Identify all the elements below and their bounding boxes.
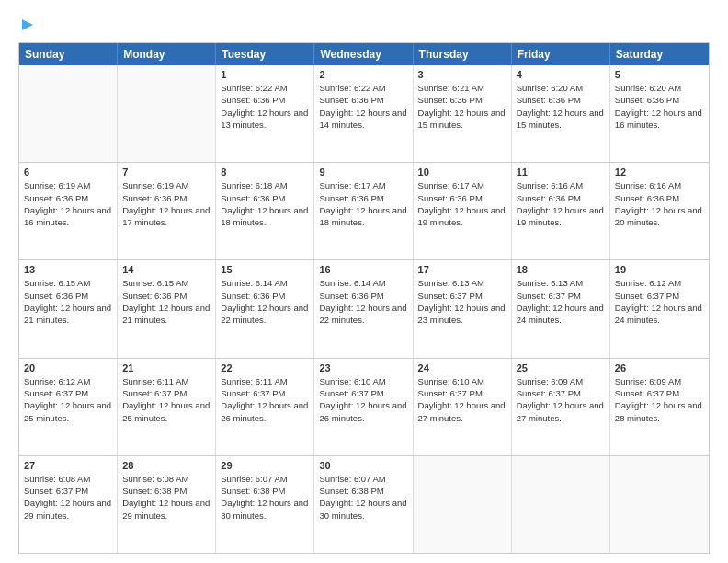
table-row: 25Sunrise: 6:09 AM Sunset: 6:37 PM Dayli…	[512, 359, 610, 455]
cell-info: Sunrise: 6:10 AM Sunset: 6:37 PM Dayligh…	[418, 375, 506, 424]
day-number: 7	[122, 167, 210, 178]
cell-info: Sunrise: 6:11 AM Sunset: 6:37 PM Dayligh…	[221, 375, 309, 424]
header-thursday: Thursday	[414, 43, 512, 65]
day-number: 8	[221, 167, 309, 178]
day-number: 18	[517, 264, 605, 275]
table-row	[610, 456, 709, 553]
day-number: 13	[24, 264, 112, 275]
table-row	[414, 456, 512, 553]
cell-info: Sunrise: 6:07 AM Sunset: 6:38 PM Dayligh…	[319, 473, 407, 522]
day-number: 5	[615, 69, 704, 80]
calendar: Sunday Monday Tuesday Wednesday Thursday…	[18, 42, 710, 554]
table-row	[512, 456, 610, 553]
day-number: 3	[418, 69, 506, 80]
cell-info: Sunrise: 6:20 AM Sunset: 6:36 PM Dayligh…	[517, 82, 605, 131]
calendar-header: Sunday Monday Tuesday Wednesday Thursday…	[19, 43, 709, 65]
calendar-week-5: 27Sunrise: 6:08 AM Sunset: 6:37 PM Dayli…	[19, 455, 709, 553]
table-row: 27Sunrise: 6:08 AM Sunset: 6:37 PM Dayli…	[19, 456, 118, 553]
table-row: 21Sunrise: 6:11 AM Sunset: 6:37 PM Dayli…	[118, 359, 216, 455]
cell-info: Sunrise: 6:19 AM Sunset: 6:36 PM Dayligh…	[122, 179, 210, 228]
header-tuesday: Tuesday	[216, 43, 314, 65]
day-number: 27	[24, 460, 112, 471]
table-row: 23Sunrise: 6:10 AM Sunset: 6:37 PM Dayli…	[314, 359, 413, 455]
day-number: 14	[122, 264, 210, 275]
cell-info: Sunrise: 6:10 AM Sunset: 6:37 PM Dayligh…	[319, 375, 407, 424]
cell-info: Sunrise: 6:15 AM Sunset: 6:36 PM Dayligh…	[122, 277, 210, 326]
table-row: 6Sunrise: 6:19 AM Sunset: 6:36 PM Daylig…	[19, 163, 118, 259]
day-number: 2	[319, 69, 407, 80]
header	[18, 17, 710, 33]
day-number: 30	[319, 460, 407, 471]
day-number: 19	[615, 264, 704, 275]
table-row: 7Sunrise: 6:19 AM Sunset: 6:36 PM Daylig…	[118, 163, 216, 259]
cell-info: Sunrise: 6:13 AM Sunset: 6:37 PM Dayligh…	[517, 277, 605, 326]
cell-info: Sunrise: 6:12 AM Sunset: 6:37 PM Dayligh…	[24, 375, 112, 424]
day-number: 22	[221, 362, 309, 373]
table-row: 16Sunrise: 6:14 AM Sunset: 6:36 PM Dayli…	[314, 260, 413, 357]
day-number: 16	[319, 264, 407, 275]
cell-info: Sunrise: 6:12 AM Sunset: 6:37 PM Dayligh…	[615, 277, 704, 326]
day-number: 23	[319, 362, 407, 373]
calendar-week-1: 1Sunrise: 6:22 AM Sunset: 6:36 PM Daylig…	[19, 65, 709, 162]
cell-info: Sunrise: 6:14 AM Sunset: 6:36 PM Dayligh…	[221, 277, 309, 326]
cell-info: Sunrise: 6:20 AM Sunset: 6:36 PM Dayligh…	[615, 82, 704, 131]
day-number: 12	[615, 167, 704, 178]
day-number: 15	[221, 264, 309, 275]
cell-info: Sunrise: 6:09 AM Sunset: 6:37 PM Dayligh…	[615, 375, 704, 424]
cell-info: Sunrise: 6:08 AM Sunset: 6:38 PM Dayligh…	[122, 473, 210, 522]
table-row: 30Sunrise: 6:07 AM Sunset: 6:38 PM Dayli…	[314, 456, 413, 553]
table-row: 29Sunrise: 6:07 AM Sunset: 6:38 PM Dayli…	[216, 456, 314, 553]
day-number: 17	[418, 264, 506, 275]
cell-info: Sunrise: 6:16 AM Sunset: 6:36 PM Dayligh…	[615, 179, 704, 228]
table-row: 20Sunrise: 6:12 AM Sunset: 6:37 PM Dayli…	[19, 359, 118, 455]
cell-info: Sunrise: 6:07 AM Sunset: 6:38 PM Dayligh…	[221, 473, 309, 522]
calendar-week-2: 6Sunrise: 6:19 AM Sunset: 6:36 PM Daylig…	[19, 162, 709, 259]
cell-info: Sunrise: 6:17 AM Sunset: 6:36 PM Dayligh…	[418, 179, 506, 228]
table-row: 24Sunrise: 6:10 AM Sunset: 6:37 PM Dayli…	[414, 359, 512, 455]
table-row	[19, 65, 118, 162]
table-row: 13Sunrise: 6:15 AM Sunset: 6:36 PM Dayli…	[19, 260, 118, 357]
table-row: 5Sunrise: 6:20 AM Sunset: 6:36 PM Daylig…	[610, 65, 709, 162]
cell-info: Sunrise: 6:11 AM Sunset: 6:37 PM Dayligh…	[122, 375, 210, 424]
table-row: 2Sunrise: 6:22 AM Sunset: 6:36 PM Daylig…	[314, 65, 413, 162]
header-wednesday: Wednesday	[314, 43, 413, 65]
table-row	[118, 65, 216, 162]
cell-info: Sunrise: 6:14 AM Sunset: 6:36 PM Dayligh…	[319, 277, 407, 326]
day-number: 29	[221, 460, 309, 471]
day-number: 4	[517, 69, 605, 80]
table-row: 28Sunrise: 6:08 AM Sunset: 6:38 PM Dayli…	[118, 456, 216, 553]
cell-info: Sunrise: 6:09 AM Sunset: 6:37 PM Dayligh…	[517, 375, 605, 424]
table-row: 10Sunrise: 6:17 AM Sunset: 6:36 PM Dayli…	[414, 163, 512, 259]
calendar-body: 1Sunrise: 6:22 AM Sunset: 6:36 PM Daylig…	[19, 65, 709, 553]
day-number: 6	[24, 167, 112, 178]
calendar-week-3: 13Sunrise: 6:15 AM Sunset: 6:36 PM Dayli…	[19, 259, 709, 357]
header-sunday: Sunday	[19, 43, 118, 65]
header-monday: Monday	[118, 43, 216, 65]
page: Sunday Monday Tuesday Wednesday Thursday…	[0, 0, 728, 563]
cell-info: Sunrise: 6:19 AM Sunset: 6:36 PM Dayligh…	[24, 179, 112, 228]
table-row: 9Sunrise: 6:17 AM Sunset: 6:36 PM Daylig…	[314, 163, 413, 259]
table-row: 17Sunrise: 6:13 AM Sunset: 6:37 PM Dayli…	[414, 260, 512, 357]
svg-marker-0	[22, 19, 33, 30]
day-number: 11	[517, 167, 605, 178]
day-number: 20	[24, 362, 112, 373]
cell-info: Sunrise: 6:22 AM Sunset: 6:36 PM Dayligh…	[221, 82, 309, 131]
table-row: 19Sunrise: 6:12 AM Sunset: 6:37 PM Dayli…	[610, 260, 709, 357]
cell-info: Sunrise: 6:22 AM Sunset: 6:36 PM Dayligh…	[319, 82, 407, 131]
cell-info: Sunrise: 6:13 AM Sunset: 6:37 PM Dayligh…	[418, 277, 506, 326]
day-number: 28	[122, 460, 210, 471]
table-row: 11Sunrise: 6:16 AM Sunset: 6:36 PM Dayli…	[512, 163, 610, 259]
table-row: 12Sunrise: 6:16 AM Sunset: 6:36 PM Dayli…	[610, 163, 709, 259]
cell-info: Sunrise: 6:18 AM Sunset: 6:36 PM Dayligh…	[221, 179, 309, 228]
logo-arrow-icon	[20, 17, 37, 33]
day-number: 21	[122, 362, 210, 373]
cell-info: Sunrise: 6:17 AM Sunset: 6:36 PM Dayligh…	[319, 179, 407, 228]
day-number: 26	[615, 362, 704, 373]
cell-info: Sunrise: 6:16 AM Sunset: 6:36 PM Dayligh…	[517, 179, 605, 228]
table-row: 18Sunrise: 6:13 AM Sunset: 6:37 PM Dayli…	[512, 260, 610, 357]
logo	[18, 17, 37, 33]
table-row: 1Sunrise: 6:22 AM Sunset: 6:36 PM Daylig…	[216, 65, 314, 162]
calendar-week-4: 20Sunrise: 6:12 AM Sunset: 6:37 PM Dayli…	[19, 358, 709, 455]
header-friday: Friday	[512, 43, 610, 65]
table-row: 8Sunrise: 6:18 AM Sunset: 6:36 PM Daylig…	[216, 163, 314, 259]
